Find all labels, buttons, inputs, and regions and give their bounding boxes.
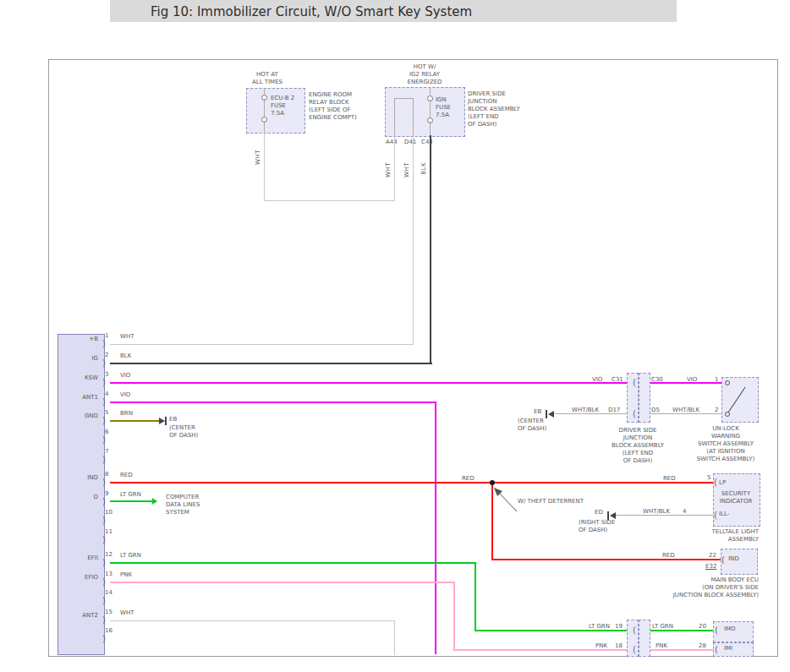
- ecu-pin-12-number: 12: [105, 551, 112, 559]
- imo-pin-right-number: 20: [699, 623, 706, 631]
- ecu-pin-10-glyph: ): [102, 516, 106, 525]
- ecu-pin-12-wire: LT GRN: [120, 552, 141, 560]
- ecu-pin-6-glyph: ): [102, 436, 106, 445]
- driver-junction-block-top-label: DRIVER SIDE JUNCTION BLOCK ASSEMBLY (LEF…: [468, 90, 520, 128]
- junction-internal-a44-riser: [394, 98, 395, 135]
- wire-ltgrn-efii: [110, 562, 476, 564]
- ground-ed-label: ED: [595, 509, 603, 516]
- telltale-light-label: TELLTALE LIGHT ASSEMBLY: [694, 528, 759, 544]
- imi-box-label: IMI: [724, 645, 732, 653]
- fuse2-stub-bottom: [430, 122, 431, 135]
- imi-wire-right-label: PNK: [656, 642, 667, 650]
- connector-socket-icon: (: [714, 478, 717, 487]
- theft-deterrent-arrow-icon: [489, 484, 519, 513]
- ecu-pin-8-glyph: ): [102, 478, 106, 487]
- unlock-gnd-pin-number: 2: [715, 407, 718, 414]
- ecu-pin-3-wire: VIO: [120, 372, 130, 380]
- figure-title: Fig 10: Immobilizer Circuit, W/O Smart K…: [151, 4, 472, 19]
- ind-wire-mid-label: RED: [462, 475, 475, 483]
- ecu-pin-1-wire: WHT: [120, 333, 134, 341]
- connector-socket-icon: (: [633, 646, 636, 654]
- ecu-pin-12-glyph: ): [102, 559, 106, 567]
- e32-connector-label: E32: [705, 563, 716, 571]
- ecu-pin-12-name: EFII: [63, 555, 98, 562]
- wire-pnk-efio-drop: [453, 582, 455, 650]
- junction-internal-d41-riser: [413, 98, 414, 135]
- wire-pnk-efio: [110, 582, 455, 583]
- wire-vio-ksw-left: [110, 382, 627, 384]
- ground-ed-location: (RIGHT SIDE OF DASH): [579, 519, 615, 534]
- engine-room-relay-block-label: ENGINE ROOM RELAY BLOCK (LEFT SIDE OF EN…: [309, 91, 357, 122]
- imi-pin-right-number: 28: [699, 642, 706, 650]
- ground-eb-pin5-location: (CENTER OF DASH): [169, 424, 198, 440]
- unlock-gnd-connector-d5-label: D5: [651, 407, 660, 414]
- connector-d41-label: D41: [404, 139, 416, 146]
- ecu-pin-2-wire: BLK: [120, 352, 131, 360]
- wire-wht-ecub2-label: WHT: [255, 150, 261, 165]
- connector-socket-icon: (: [715, 626, 718, 635]
- imo-box-label: IMO: [724, 626, 736, 633]
- ind2-wire-label: RED: [662, 552, 675, 560]
- imo-wire-left-label: LT GRN: [589, 623, 610, 631]
- main-body-ecu-ind-box: [721, 549, 758, 575]
- imo-pin-left-number: 19: [615, 623, 623, 631]
- wire-vio-ant1: [110, 402, 436, 403]
- wire-vio-ant1-drop: [435, 402, 436, 654]
- ecu-pin-5-glyph: ): [102, 417, 106, 425]
- ecu-pin-5-wire: BRN: [120, 410, 133, 418]
- ecu-pin-7-glyph: ): [102, 456, 106, 464]
- wire-wht-plus-b: [110, 344, 414, 345]
- ill-wire-label: WHT/BLK: [643, 508, 670, 516]
- imi-pin-left-number: 18: [615, 642, 623, 650]
- wire-brn-gnd: [110, 420, 159, 422]
- main-body-ecu-label: MAIN BODY ECU (ON DRIVER'S SIDE JUNCTION…: [630, 576, 759, 599]
- ground-eb-pin5-bar-icon: [165, 417, 167, 425]
- fuse1-stub-top: [264, 88, 265, 95]
- inline-connector-bottom-right: [639, 620, 650, 657]
- ecu-pin-16-glyph: ): [102, 635, 106, 643]
- inline-connector-top-right: [639, 373, 650, 423]
- ecu-pin-13-name: EFIO: [63, 574, 98, 582]
- ground-eb-mid-label: EB: [534, 408, 541, 416]
- wire-wht-d41-drop: [413, 135, 414, 345]
- hot-ig2-relay-label: HOT W/ IG2 RELAY ENERGIZED: [399, 63, 450, 86]
- fuse2-stub-top: [430, 87, 431, 96]
- ground-eb-pin5-icon: [159, 418, 165, 424]
- ecu-pin-16-number: 16: [105, 627, 112, 635]
- fuse2-element: [430, 100, 431, 117]
- hot-at-all-times-label: HOT AT ALL TIMES: [242, 71, 293, 86]
- security-pin-ill-label: ILL-: [719, 511, 729, 518]
- ecu-pin-8-name: IND: [63, 474, 98, 482]
- connector-socket-icon: (: [633, 379, 636, 387]
- ksw-wire-right-label: VIO: [687, 376, 697, 384]
- ind-pin-number: 5: [707, 474, 710, 482]
- ecu-pin-11-glyph: ): [102, 536, 106, 544]
- security-pin-lp-label: LP: [719, 479, 726, 487]
- connector-a44-label: A44: [386, 139, 398, 146]
- ecu-pin-8-wire: RED: [120, 472, 133, 479]
- unlock-gnd-wire-left-label: WHT/BLK: [572, 407, 599, 414]
- ecu-pin-15-number: 15: [105, 609, 112, 616]
- ecu-pin-10-number: 10: [105, 509, 112, 516]
- theft-deterrent-label: W/ THEFT DETERRENT: [518, 498, 584, 505]
- ind-wire-right-label: RED: [663, 475, 676, 483]
- driver-junction-block-mid-label: DRIVER SIDE JUNCTION BLOCK ASSEMBLY (LEF…: [604, 427, 672, 465]
- wire-wht-a44-label: WHT: [385, 162, 392, 178]
- ecu-pin-15-name: ANT2: [63, 612, 98, 620]
- wire-blk-ig: [110, 363, 432, 364]
- ground-ed-icon: [610, 512, 616, 519]
- ground-eb-mid-icon: [548, 411, 554, 418]
- imi-wire-left-label: PNK: [595, 642, 607, 650]
- ecu-pin-13-wire: PNK: [120, 571, 132, 579]
- ecu-pin-9-glyph: ): [102, 498, 106, 506]
- wire-blk-c44-label: BLK: [420, 162, 427, 175]
- ksw-wire-left-label: VIO: [592, 376, 602, 384]
- ecu-pin-1-glyph: ): [102, 340, 106, 348]
- ecu-b2-fuse-label: ECU-B 2 FUSE 7.5A: [271, 95, 294, 117]
- security-indicator-label: SECURITY INDICATOR: [715, 490, 757, 505]
- ecu-pin-13-number: 13: [105, 571, 112, 578]
- ksw-pin-number: 1: [715, 376, 718, 384]
- ecu-pin-4-wire: VIO: [120, 391, 130, 399]
- connector-socket-icon: (: [721, 556, 725, 565]
- wire-wht-ant2-drop: [394, 620, 395, 655]
